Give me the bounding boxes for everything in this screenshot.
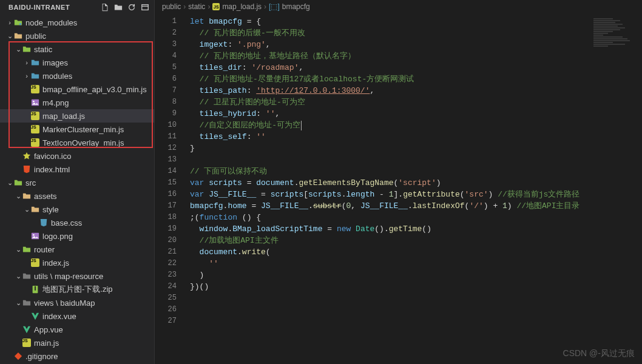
project-title: BAIDU-INTRANET xyxy=(8,4,70,11)
watermark: CSDN @-风过无痕 xyxy=(563,348,635,359)
tree-file[interactable]: JSmain.js xyxy=(0,336,154,349)
tree-file[interactable]: m4.png xyxy=(0,96,154,109)
tree-folder[interactable]: ⌄assets xyxy=(0,189,154,203)
tree-item-label: .gitignore xyxy=(25,352,58,361)
chevron-icon[interactable]: › xyxy=(6,19,13,26)
code-editor[interactable]: 1234567891011121314151617181920212223242… xyxy=(155,13,642,364)
chevron-icon[interactable]: › xyxy=(23,72,30,79)
tree-file[interactable]: logo.png xyxy=(0,229,154,243)
tree-folder[interactable]: ⌄static xyxy=(0,42,154,56)
tree-item-label: views \ baiduMap xyxy=(34,298,95,308)
chevron-icon[interactable]: ⌄ xyxy=(6,32,13,40)
js-icon: JS xyxy=(30,138,40,147)
tree-file[interactable]: index.html xyxy=(0,163,154,176)
tree-folder[interactable]: ⌄views \ baiduMap xyxy=(0,296,154,309)
chevron-icon[interactable]: › xyxy=(23,59,30,66)
tree-item-label: style xyxy=(42,205,59,214)
img-icon xyxy=(30,231,40,241)
chevron-icon[interactable]: ⌄ xyxy=(15,192,22,200)
tree-item-label: map_load.js xyxy=(42,112,85,121)
tree-file[interactable]: index.vue xyxy=(0,309,154,323)
tree-folder[interactable]: ⌄public xyxy=(0,29,154,42)
tree-item-label: index.js xyxy=(42,258,69,268)
chevron-icon[interactable]: ⌄ xyxy=(15,299,22,307)
breadcrumb-item[interactable]: public xyxy=(162,2,181,11)
tree-item-label: router xyxy=(34,245,55,254)
tree-item-label: MarkerClusterer_min.js xyxy=(42,125,124,134)
tree-file[interactable]: JSbmap_offline_api_v3.0_min.js xyxy=(0,83,154,96)
img-icon xyxy=(30,98,40,107)
tree-folder[interactable]: ›images xyxy=(0,56,154,69)
tree-folder[interactable]: ⌄router xyxy=(0,243,154,256)
html-icon xyxy=(22,164,32,174)
collapse-icon[interactable] xyxy=(141,3,149,12)
tree-item-label: public xyxy=(25,32,46,41)
explorer-sidebar: BAIDU-INTRANET ›node_modules⌄public⌄stat… xyxy=(0,0,155,364)
tree-item-label: index.vue xyxy=(42,312,76,321)
tree-file[interactable]: favicon.ico xyxy=(0,149,154,163)
breadcrumb-symbol[interactable]: bmapcfg xyxy=(282,2,310,11)
folder-icon xyxy=(22,298,32,308)
new-file-icon[interactable] xyxy=(101,3,109,12)
file-tree[interactable]: ›node_modules⌄public⌄static›images›modul… xyxy=(0,15,154,364)
js-icon: JS xyxy=(30,124,40,134)
new-folder-icon[interactable] xyxy=(114,3,123,12)
js-icon: JS xyxy=(212,3,220,10)
tree-item-label: TextIconOverlay_min.js xyxy=(42,138,124,147)
tree-folder[interactable]: ⌄src xyxy=(0,176,154,189)
tree-folder[interactable]: ›modules xyxy=(0,69,154,83)
minimap[interactable] xyxy=(593,18,642,127)
tree-item-label: node_modules xyxy=(25,18,77,27)
chevron-right-icon: › xyxy=(264,2,266,11)
js-icon: JS xyxy=(30,111,40,121)
symbol-icon: [⬚] xyxy=(269,2,280,11)
svg-rect-0 xyxy=(142,5,149,10)
tree-item-label: index.html xyxy=(34,165,70,174)
chevron-icon[interactable]: ⌄ xyxy=(15,46,22,53)
tree-file[interactable]: 地图瓦片图-下载.zip xyxy=(0,283,154,296)
chevron-icon[interactable]: ⌄ xyxy=(15,246,22,254)
chevron-right-icon: › xyxy=(183,2,186,11)
js-icon: JS xyxy=(30,84,40,94)
vue-icon xyxy=(30,311,40,321)
sidebar-header: BAIDU-INTRANET xyxy=(0,0,154,15)
breadcrumb[interactable]: public › static › JS map_load.js › [⬚] b… xyxy=(155,0,642,13)
folder-teal-icon xyxy=(30,58,40,67)
css-icon xyxy=(39,218,49,228)
tree-file[interactable]: .gitignore xyxy=(0,349,154,363)
refresh-icon[interactable] xyxy=(127,3,136,12)
tree-folder[interactable]: ⌄utils \ map-resource xyxy=(0,269,154,283)
folder-green-icon xyxy=(22,244,32,254)
chevron-icon[interactable]: ⌄ xyxy=(6,179,13,187)
vue-icon xyxy=(22,325,32,334)
line-numbers: 1234567891011121314151617181920212223242… xyxy=(155,13,185,364)
folder-green-icon xyxy=(22,44,32,54)
editor-pane: public › static › JS map_load.js › [⬚] b… xyxy=(155,0,642,364)
chevron-icon[interactable]: ⌄ xyxy=(23,206,30,214)
tree-item-label: utils \ map-resource xyxy=(34,272,103,281)
tree-file[interactable]: base.css xyxy=(0,216,154,229)
svg-rect-2 xyxy=(32,99,39,106)
chevron-icon[interactable]: ⌄ xyxy=(15,272,22,280)
tree-file[interactable]: JSindex.js xyxy=(0,256,154,269)
breadcrumb-item[interactable]: map_load.js xyxy=(222,2,262,11)
js-icon: JS xyxy=(22,338,32,348)
tree-item-label: static xyxy=(34,45,52,54)
code-content[interactable]: let bmapcfg = { // 瓦片图的后缀-一般不用改 imgext: … xyxy=(185,13,642,364)
svg-rect-4 xyxy=(32,233,39,240)
js-icon: JS xyxy=(30,258,40,268)
tree-item-label: bmap_offline_api_v3.0_min.js xyxy=(42,85,147,94)
tree-item-label: m4.png xyxy=(42,98,69,107)
chevron-right-icon: › xyxy=(208,2,210,11)
tree-file[interactable]: App.vue xyxy=(0,323,154,336)
breadcrumb-item[interactable]: static xyxy=(188,2,205,11)
star-icon xyxy=(22,151,32,161)
tree-folder[interactable]: ›node_modules xyxy=(0,16,154,29)
tree-folder[interactable]: ⌄style xyxy=(0,203,154,216)
folder-orange-icon xyxy=(22,191,32,201)
tree-file[interactable]: JSMarkerClusterer_min.js xyxy=(0,123,154,136)
tree-file[interactable]: JSTextIconOverlay_min.js xyxy=(0,136,154,149)
svg-point-1 xyxy=(19,23,22,25)
tree-item-label: App.vue xyxy=(34,325,63,334)
tree-file[interactable]: JSmap_load.js xyxy=(0,109,154,123)
